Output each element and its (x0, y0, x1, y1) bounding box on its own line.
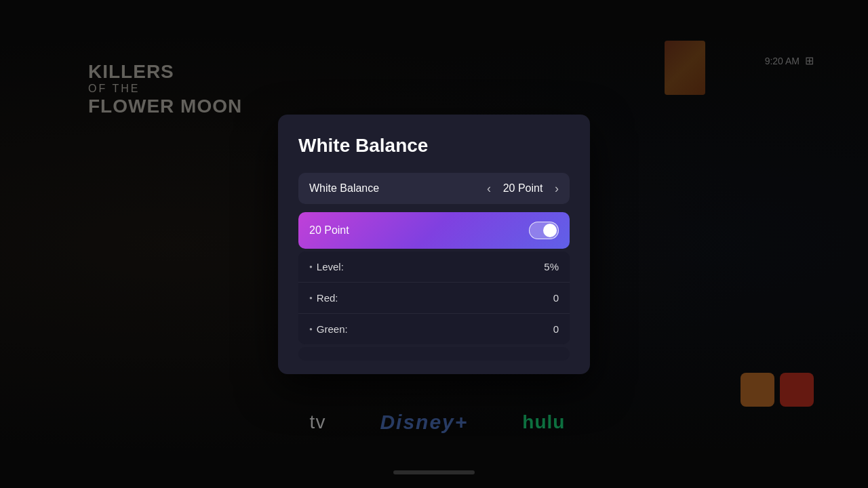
wb-controls: ‹ 20 Point › (487, 182, 559, 195)
white-balance-row-label: White Balance (309, 182, 379, 195)
twenty-point-option[interactable]: 20 Point (298, 212, 570, 249)
partial-row-hint (298, 347, 570, 361)
bullet-icon: ● (309, 264, 313, 270)
green-value: 0 (553, 323, 559, 335)
modal-overlay: White Balance White Balance ‹ 20 Point ›… (0, 0, 868, 488)
red-row[interactable]: ● Red: 0 (298, 283, 570, 314)
green-label: ● Green: (309, 323, 348, 335)
bullet-icon-red: ● (309, 295, 313, 301)
toggle-switch[interactable] (529, 222, 559, 239)
red-label: ● Red: (309, 292, 338, 304)
modal-title: White Balance (298, 135, 570, 157)
bullet-icon-green: ● (309, 326, 313, 332)
white-balance-dialog: White Balance White Balance ‹ 20 Point ›… (278, 115, 590, 374)
green-row[interactable]: ● Green: 0 (298, 314, 570, 344)
chevron-right-button[interactable]: › (555, 182, 559, 195)
red-value: 0 (553, 292, 559, 304)
level-row[interactable]: ● Level: 5% (298, 251, 570, 283)
white-balance-row[interactable]: White Balance ‹ 20 Point › (298, 173, 570, 204)
level-label: ● Level: (309, 261, 344, 272)
chevron-left-button[interactable]: ‹ (487, 182, 491, 195)
settings-rows: ● Level: 5% ● Red: 0 ● Green: 0 (298, 251, 570, 344)
toggle-knob (543, 224, 557, 237)
level-value: 5% (544, 261, 559, 272)
twenty-point-label: 20 Point (309, 224, 349, 237)
wb-current-value: 20 Point (499, 182, 547, 195)
